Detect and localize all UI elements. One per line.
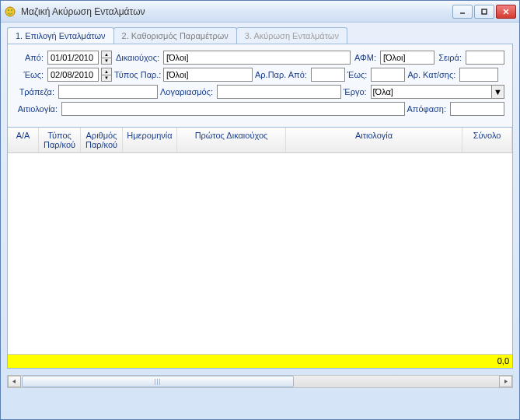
app-icon <box>4 5 16 18</box>
decision-label: Απόφαση: <box>407 104 448 114</box>
afm-input[interactable] <box>380 51 434 65</box>
svg-marker-8 <box>504 380 508 383</box>
svg-point-0 <box>5 7 15 16</box>
doc-no-from-label: Αρ.Παρ. Από: <box>255 70 309 79</box>
to-label: Έως: <box>16 70 45 79</box>
svg-point-1 <box>8 9 9 11</box>
to-date-input[interactable] <box>47 68 99 82</box>
tab-select-orders[interactable]: 1. Επιλογή Ενταλμάτων <box>7 27 114 44</box>
project-label: Έργο: <box>344 87 368 96</box>
col-date[interactable]: Ημερομηνία <box>123 128 177 152</box>
reg-no-label: Αρ. Κατ/σης: <box>407 70 457 79</box>
bank-label: Τράπεζα: <box>16 87 56 96</box>
total-value: 0,0 <box>497 356 509 366</box>
svg-rect-4 <box>482 9 487 14</box>
afm-label: ΑΦΜ: <box>353 53 378 62</box>
dropdown-icon[interactable]: ▼ <box>491 86 504 98</box>
series-input[interactable] <box>466 51 504 65</box>
table-header: Α/Α Τύπος Παρ/κού Αριθμός Παρ/κού Ημερομ… <box>8 128 512 153</box>
window-controls <box>452 5 516 19</box>
bank-input[interactable] <box>58 85 158 99</box>
spin-up-icon[interactable]: ▲ <box>102 68 111 75</box>
col-number[interactable]: Αριθμός Παρ/κού <box>81 128 123 152</box>
col-total[interactable]: Σύνολο <box>462 128 512 152</box>
scroll-left-button[interactable] <box>8 376 21 387</box>
col-type[interactable]: Τύπος Παρ/κού <box>39 128 81 152</box>
doc-no-from-input[interactable] <box>311 68 345 82</box>
filter-area: Από: ▲ ▼ Δικαιούχος: ΑΦΜ: Σειρά: Έως: ▲ … <box>8 44 512 127</box>
col-aa[interactable]: Α/Α <box>8 128 39 152</box>
tab-panel: Από: ▲ ▼ Δικαιούχος: ΑΦΜ: Σειρά: Έως: ▲ … <box>7 44 513 369</box>
svg-point-2 <box>11 9 12 11</box>
titlebar: Μαζική Ακύρωση Ενταλμάτων <box>1 1 519 23</box>
reason-input[interactable] <box>61 102 405 116</box>
scroll-thumb[interactable] <box>22 376 294 387</box>
app-window: Μαζική Ακύρωση Ενταλμάτων 1. Επιλογή Εντ… <box>0 0 520 420</box>
reason-label: Αιτιολογία: <box>16 104 59 114</box>
beneficiary-input[interactable] <box>163 51 351 65</box>
to-date-spinner[interactable]: ▲ ▼ <box>101 68 112 82</box>
totals-bar: 0,0 <box>8 354 512 368</box>
doc-type-label: Τύπος Παρ.: <box>114 70 161 79</box>
from-label: Από: <box>16 53 45 62</box>
scroll-right-button[interactable] <box>499 376 512 387</box>
svg-marker-7 <box>12 380 16 383</box>
results-table: Α/Α Τύπος Παρ/κού Αριθμός Παρ/κού Ημερομ… <box>8 127 512 368</box>
project-select-value: [Όλα] <box>373 87 393 96</box>
scroll-track[interactable] <box>22 376 498 387</box>
project-select[interactable]: [Όλα] ▼ <box>371 85 504 99</box>
tab-set-params[interactable]: 2. Καθορισμός Παραμέτρων <box>113 27 237 44</box>
tab-cancel-orders: 3. Ακύρωση Ενταλμάτων <box>236 27 347 44</box>
decision-input[interactable] <box>450 102 504 116</box>
from-date-input[interactable] <box>47 51 99 65</box>
beneficiary-label: Δικαιούχος: <box>114 53 161 62</box>
maximize-button[interactable] <box>474 5 494 19</box>
doc-no-to-input[interactable] <box>371 68 405 82</box>
col-reason[interactable]: Αιτιολογία <box>286 128 462 152</box>
spin-down-icon[interactable]: ▼ <box>102 75 111 82</box>
series-label: Σειρά: <box>437 53 463 62</box>
tab-strip: 1. Επιλογή Ενταλμάτων 2. Καθορισμός Παρα… <box>1 23 519 44</box>
to2-label: Έως: <box>347 70 369 79</box>
doc-type-input[interactable] <box>163 68 253 82</box>
spin-down-icon[interactable]: ▼ <box>102 58 111 65</box>
account-label: Λογαριασμός: <box>160 87 215 96</box>
window-title: Μαζική Ακύρωση Ενταλμάτων <box>21 6 452 17</box>
minimize-button[interactable] <box>452 5 473 19</box>
col-first-beneficiary[interactable]: Πρώτος Δικαιούχος <box>177 128 286 152</box>
table-body[interactable] <box>8 153 512 354</box>
close-button[interactable] <box>496 5 516 19</box>
from-date-spinner[interactable]: ▲ ▼ <box>101 51 112 65</box>
horizontal-scrollbar[interactable] <box>7 375 513 388</box>
spin-up-icon[interactable]: ▲ <box>102 51 111 58</box>
account-input[interactable] <box>217 85 341 99</box>
reg-no-input[interactable] <box>459 68 498 82</box>
